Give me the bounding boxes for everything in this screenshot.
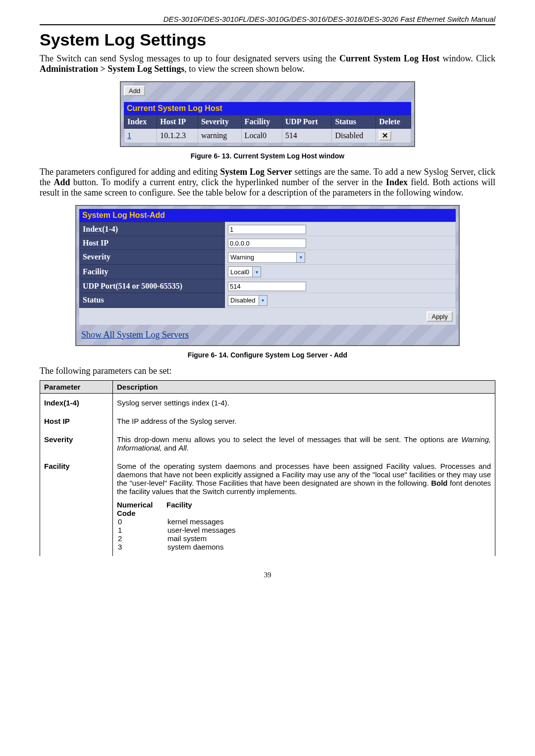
col-host-ip: Host IP [157, 115, 198, 129]
chevron-down-icon: ▾ [296, 252, 305, 262]
table-row: 1 10.1.2.3 warning Local0 514 Disabled ✕ [124, 129, 411, 143]
col-delete: Delete [376, 115, 411, 129]
cell-status: Disabled [332, 129, 376, 143]
cell-severity: warning [198, 129, 241, 143]
intro-paragraph: The Switch can send Syslog messages to u… [40, 53, 495, 74]
code-facility: system daemons [167, 543, 223, 551]
add-button[interactable]: Add [124, 86, 145, 96]
label-status: Status [80, 293, 225, 308]
param-name: Severity [40, 430, 113, 457]
paragraph-3: The following parameters can be set: [40, 366, 495, 376]
facility-header: Facility [166, 501, 192, 517]
show-all-link[interactable]: Show All System Log Servers [79, 325, 191, 342]
code-num: 1 [117, 526, 167, 534]
host-add-form: Index(1-4) Host IP Severity Warning ▾ Fa… [79, 222, 456, 308]
manual-header: DES-3010F/DES-3010FL/DES-3010G/DES-3016/… [40, 15, 495, 25]
param-desc: The IP address of the Syslog server. [113, 412, 495, 430]
code-num: 2 [117, 534, 167, 543]
intro-bold-2: Administration > System Log Settings [40, 64, 184, 74]
p2-e: button. To modify a current entry, click… [70, 177, 385, 187]
severity-desc-after: and [162, 444, 178, 452]
code-facility: user-level messages [167, 526, 236, 534]
facility-value: Local0 [230, 268, 252, 276]
p2-d: Add [54, 177, 70, 187]
page-title: System Log Settings [40, 30, 495, 50]
index-link[interactable]: 1 [127, 131, 131, 140]
figure-caption-1: Figure 6- 13. Current System Log Host wi… [40, 152, 495, 160]
label-host-ip: Host IP [80, 236, 225, 250]
label-facility: Facility [80, 264, 225, 279]
col-index: Index [124, 115, 157, 129]
parameter-table: Parameter Description Index(1-4) Syslog … [40, 380, 495, 556]
param-name: Index(1-4) [40, 393, 113, 412]
intro-text-1: The Switch can send Syslog messages to u… [40, 53, 339, 63]
cell-host-ip: 10.1.2.3 [157, 129, 198, 143]
system-log-host-add-header: System Log Host-Add [79, 209, 456, 222]
param-desc: Some of the operating system daemons and… [113, 457, 495, 556]
code-facility: mail system [167, 534, 207, 543]
facility-select[interactable]: Local0 ▾ [228, 266, 261, 277]
figure-caption-2: Figure 6- 14. Configure System Log Serve… [40, 351, 495, 359]
apply-button[interactable]: Apply [427, 311, 453, 322]
label-severity: Severity [80, 250, 225, 265]
current-system-log-host-header: Current System Log Host [124, 102, 411, 115]
param-name: Facility [40, 457, 113, 556]
index-input[interactable] [228, 225, 306, 234]
p2-a: The parameters configured for adding and… [40, 167, 220, 177]
chevron-down-icon: ▾ [252, 267, 261, 277]
current-system-log-host-panel: Add Current System Log Host Index Host I… [120, 81, 415, 147]
p2-b: System Log Server [220, 167, 292, 177]
cell-udp-port: 514 [282, 129, 332, 143]
system-log-host-add-panel: System Log Host-Add Index(1-4) Host IP S… [75, 205, 460, 346]
severity-desc-italic2: All. [178, 444, 189, 452]
intro-text-3: , to view the screen shown below. [184, 64, 305, 74]
severity-value: Warning [230, 253, 257, 261]
status-select[interactable]: Disabled ▾ [228, 295, 268, 306]
syslog-host-table: Index Host IP Severity Facility UDP Port… [124, 115, 411, 143]
intro-text-2: window. Click [439, 53, 495, 63]
param-name: Host IP [40, 412, 113, 430]
chevron-down-icon: ▾ [259, 296, 267, 305]
col-udp-port: UDP Port [282, 115, 332, 129]
param-header-desc: Description [113, 380, 495, 393]
code-num: 3 [117, 543, 167, 551]
status-value: Disabled [230, 297, 259, 304]
facility-desc-bold: Bold [431, 479, 447, 487]
paragraph-2: The parameters configured for adding and… [40, 167, 495, 198]
delete-icon[interactable]: ✕ [379, 131, 391, 141]
param-header-name: Parameter [40, 380, 113, 393]
numerical-code-header: Numerical Code [117, 501, 166, 517]
col-severity: Severity [198, 115, 241, 129]
code-facility: kernel messages [167, 517, 223, 526]
col-facility: Facility [241, 115, 282, 129]
param-desc: Syslog server settings index (1-4). [113, 393, 495, 412]
severity-desc-text: This drop-down menu allows you to select… [117, 435, 461, 444]
cell-facility: Local0 [241, 129, 282, 143]
label-index: Index(1-4) [80, 222, 225, 236]
page-number: 39 [40, 571, 495, 579]
col-status: Status [332, 115, 376, 129]
param-desc: This drop-down menu allows you to select… [113, 430, 495, 457]
p2-f: Index [386, 177, 408, 187]
host-ip-input[interactable] [228, 239, 306, 248]
code-num: 0 [117, 517, 167, 526]
intro-bold-1: Current System Log Host [339, 53, 439, 63]
udp-port-input[interactable] [228, 282, 306, 291]
severity-select[interactable]: Warning ▾ [228, 252, 305, 263]
facility-code-list: 0kernel messages 1user-level messages 2m… [117, 517, 491, 551]
label-udp-port: UDP Port(514 or 5000-65535) [80, 279, 225, 293]
apply-row: Apply [79, 308, 456, 325]
